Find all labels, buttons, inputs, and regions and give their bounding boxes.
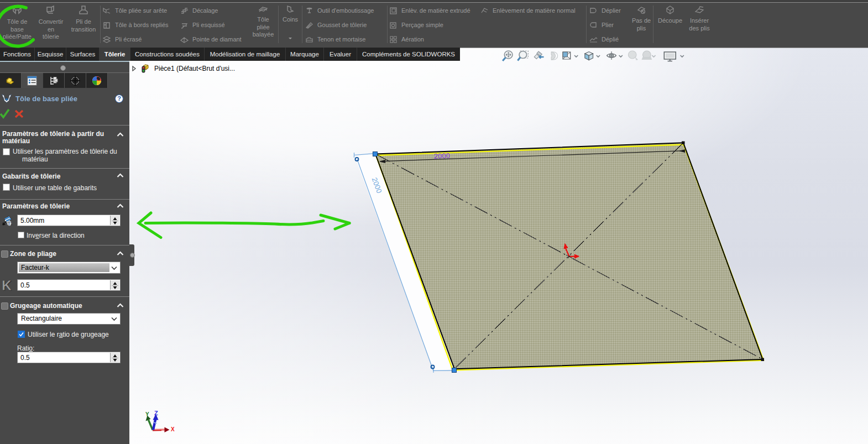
svg-text:T1: T1 — [8, 221, 13, 226]
